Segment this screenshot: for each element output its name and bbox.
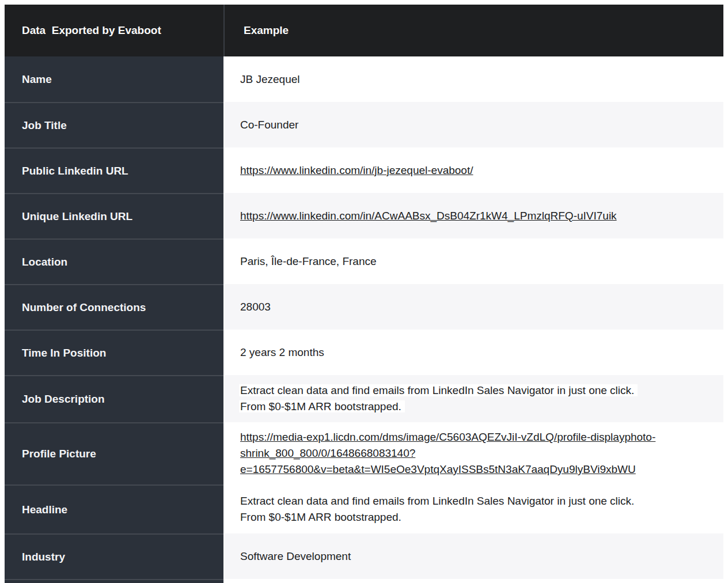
row-label: Public Linkedin URL [22, 165, 128, 177]
row-job-title-value-cell: Co-Founder [225, 102, 723, 147]
linkedin-unique-url-link[interactable]: https://www.linkedin.com/in/ACwAABsx_DsB… [240, 208, 617, 224]
row-job-description-label-cell: Job Description [5, 375, 223, 422]
profile-picture-url-line-2: shrink_800_800/0/1648668083140? [240, 445, 655, 461]
headline-line-2: From $0-$1M ARR bootstrapped. [239, 511, 405, 523]
row-time-in-position-value-cell: 2 years 2 months [225, 330, 723, 375]
row-profile-picture-value-cell: https://media-exp1.licdn.com/dms/image/C… [225, 422, 723, 484]
row-partial-next [5, 579, 723, 583]
header-cell-example: Example [225, 5, 723, 56]
row-label: Name [22, 73, 52, 86]
linkedin-public-url-link[interactable]: https://www.linkedin.com/in/jb-jezequel-… [240, 162, 473, 179]
row-location-value-cell: Paris, Île-de-France, France [225, 238, 723, 284]
row-label: Job Description [22, 393, 105, 406]
row-number-of-connections-value-cell: 28003 [225, 284, 723, 330]
row-label: Location [22, 256, 67, 268]
row-location: Location Paris, Île-de-France, France [5, 238, 723, 284]
row-value: Extract clean data and find emails from … [240, 493, 638, 525]
row-profile-picture-label-cell: Profile Picture [5, 422, 223, 484]
row-unique-linkedin-url-value-cell: https://www.linkedin.com/in/ACwAABsx_DsB… [225, 193, 723, 238]
row-value: 2 years 2 months [240, 346, 324, 359]
header-example-label: Example [244, 24, 289, 37]
row-headline-value-cell: Extract clean data and find emails from … [225, 484, 723, 533]
row-location-label-cell: Location [5, 238, 223, 284]
row-name-value-cell: JB Jezequel [225, 56, 723, 102]
row-value: Co-Founder [240, 119, 298, 131]
row-headline-label-cell: Headline [5, 484, 223, 533]
job-description-line-2: From $0-$1M ARR bootstrapped. [239, 400, 405, 412]
row-number-of-connections-label-cell: Number of Connections [5, 284, 223, 330]
row-profile-picture: Profile Picture https://media-exp1.licdn… [5, 422, 723, 484]
row-label: Profile Picture [22, 448, 96, 460]
row-time-in-position: Time In Position 2 years 2 months [5, 330, 723, 375]
row-label: Industry [22, 551, 65, 563]
header-cell-data-exported: Data Exported by Evaboot [5, 5, 223, 56]
row-job-title: Job Title Co-Founder [5, 102, 723, 147]
row-public-linkedin-url-value-cell: https://www.linkedin.com/in/jb-jezequel-… [225, 147, 723, 193]
row-headline: Headline Extract clean data and find ema… [5, 484, 723, 533]
row-number-of-connections: Number of Connections 28003 [5, 284, 723, 330]
row-job-description-value-cell: Extract clean data and find emails from … [225, 375, 723, 422]
row-label: Headline [22, 504, 67, 516]
row-label: Unique Linkedin URL [22, 210, 132, 223]
row-industry-label-cell: Industry [5, 533, 223, 579]
row-label: Job Title [22, 119, 67, 132]
row-name: Name JB Jezequel [5, 56, 723, 102]
row-value: JB Jezequel [240, 73, 300, 86]
row-industry-value-cell: Software Development [225, 533, 723, 579]
headline-line-1: Extract clean data and find emails from … [239, 495, 638, 507]
page: Data Exported by Evaboot Example Name JB… [0, 0, 728, 583]
row-job-description: Job Description Extract clean data and f… [5, 375, 723, 422]
row-label: Time In Position [22, 347, 106, 359]
row-partial-label-cell [5, 579, 223, 583]
row-unique-linkedin-url: Unique Linkedin URL https://www.linkedin… [5, 193, 723, 238]
row-value: Extract clean data and find emails from … [240, 383, 638, 415]
row-industry: Industry Software Development [5, 533, 723, 579]
row-public-linkedin-url-label-cell: Public Linkedin URL [5, 147, 223, 193]
row-value: 28003 [240, 301, 271, 313]
header-data-exported-label: Data Exported by Evaboot [22, 24, 161, 37]
row-partial-value-cell [225, 579, 723, 583]
evaboot-export-table: Data Exported by Evaboot Example Name JB… [5, 5, 723, 583]
row-unique-linkedin-url-label-cell: Unique Linkedin URL [5, 193, 223, 238]
row-label: Number of Connections [22, 301, 146, 314]
row-value: Software Development [240, 550, 351, 563]
row-public-linkedin-url: Public Linkedin URL https://www.linkedin… [5, 147, 723, 193]
profile-picture-url-link[interactable]: https://media-exp1.licdn.com/dms/image/C… [240, 429, 655, 478]
profile-picture-url-line-3: e=1657756800&v=beta&t=WI5eOe3VptqXayISSB… [240, 461, 655, 478]
row-value: Paris, Île-de-France, France [240, 255, 377, 268]
job-description-line-1: Extract clean data and find emails from … [239, 384, 638, 396]
row-time-in-position-label-cell: Time In Position [5, 330, 223, 375]
table-header-row: Data Exported by Evaboot Example [5, 5, 723, 56]
row-name-label-cell: Name [5, 56, 223, 102]
profile-picture-url-line-1: https://media-exp1.licdn.com/dms/image/C… [240, 429, 655, 445]
row-job-title-label-cell: Job Title [5, 102, 223, 147]
